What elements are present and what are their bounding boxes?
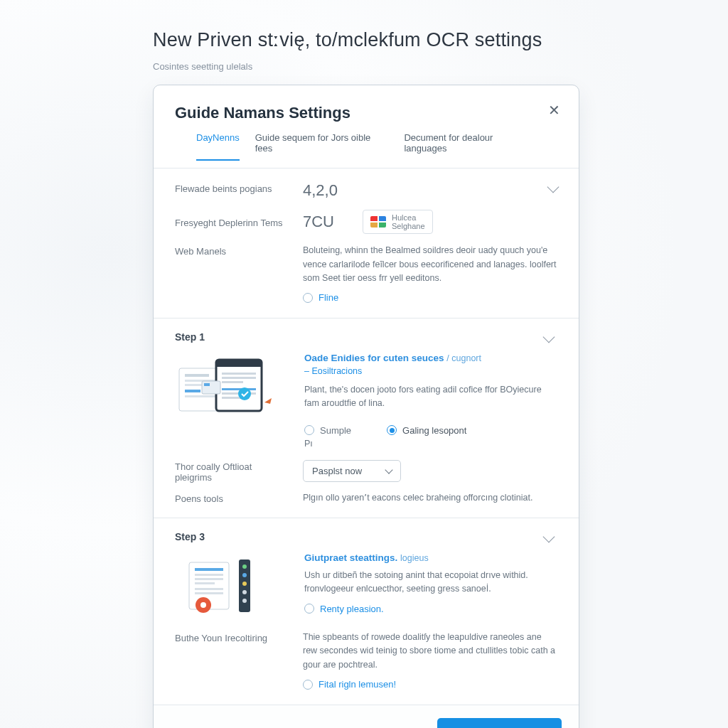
radio-fitall-label: Fital rigln lemusen!	[318, 679, 396, 690]
step3-desc2: Thie spbeants of rowede doalitſy the lea…	[303, 631, 557, 672]
svg-rect-15	[202, 381, 220, 394]
svg-point-31	[242, 599, 247, 603]
step1-meta-label: Thor coally Oftlioat pleigrims	[175, 453, 289, 483]
tab-guide-sequem[interactable]: Guide sequem for Jors oible fees	[255, 132, 389, 161]
step1-title: Step 1	[175, 331, 205, 343]
step3-meta-label: Buthe Youn Irecoltiring	[175, 631, 289, 643]
svg-rect-21	[195, 582, 215, 584]
overview-row1-label: Flewade beints pogians	[175, 181, 289, 194]
close-button[interactable]: ✕	[545, 101, 563, 119]
svg-rect-8	[222, 373, 256, 375]
svg-point-30	[242, 590, 247, 594]
card-footer: Sec View Add plecpliont	[154, 705, 579, 728]
overview-row2-label: Fresyeght Deplerinn Tems	[175, 215, 289, 228]
svg-rect-20	[195, 578, 223, 580]
close-icon: ✕	[548, 102, 560, 119]
svg-rect-6	[216, 360, 262, 411]
color-swatch-icon	[370, 216, 386, 228]
radio-sumple[interactable]: Sumple	[304, 425, 351, 436]
svg-rect-7	[216, 360, 262, 367]
svg-point-28	[242, 573, 247, 577]
svg-rect-22	[195, 588, 223, 590]
step1-illustration	[175, 353, 289, 449]
tab-document-languages[interactable]: Decument for dealour languages	[404, 132, 536, 161]
step3-title: Step 3	[175, 531, 205, 542]
chip-line1: Hulcea	[392, 213, 425, 222]
step1-heading: Oade Enidies for cuten seuces	[304, 353, 444, 363]
radio-dot-icon	[387, 425, 397, 435]
svg-rect-5	[185, 395, 219, 397]
svg-point-14	[238, 387, 251, 400]
radio-dot-icon	[304, 604, 314, 614]
settings-card: ✕ Guide Namans Settings DayNenns Guide s…	[153, 85, 579, 728]
overview-description: Boluteing, whinn the Bealmed soildres de…	[303, 244, 557, 285]
svg-rect-4	[185, 390, 200, 392]
overview-row3-label: Web Manels	[175, 244, 289, 257]
pasplst-select[interactable]: Pasplst now	[303, 460, 401, 482]
radio-dot-icon	[303, 293, 313, 303]
radio-dot-icon	[303, 680, 313, 690]
step1-subheading[interactable]: – Eosiltracions	[304, 366, 557, 376]
overview-row2-value: 7CU	[303, 213, 334, 231]
svg-rect-16	[204, 383, 210, 386]
primary-action-button[interactable]: Sec View Add plecpliont	[437, 718, 562, 728]
svg-rect-9	[222, 377, 256, 379]
page-title: New Priven stːviּę, to/mclekfum OCR sett…	[153, 28, 586, 51]
step1-description: Plant, the's docen jooto fors eating adi…	[304, 383, 557, 411]
chevron-down-icon	[385, 466, 392, 473]
page-subtitle: Cosintes seetting ulelals	[153, 61, 586, 72]
radio-galing[interactable]: Galing lesopont	[387, 425, 466, 436]
radio-fline[interactable]: Fline	[303, 292, 338, 303]
radio-sumple-label: Sumple	[320, 425, 351, 436]
svg-rect-19	[195, 574, 223, 576]
step1-section: Step 1	[154, 318, 579, 518]
overview-section: Flewade beints pogians 4,2,0 Fresyeght D…	[154, 168, 579, 318]
step3-heading: Giutpraet steattings.	[304, 552, 397, 563]
svg-rect-11	[222, 388, 256, 390]
svg-point-29	[242, 582, 247, 586]
step3-desc1: Ush ur ditbeñ the sotoing anint that eco…	[304, 569, 557, 596]
radio-fitall[interactable]: Fital rigln lemusen!	[303, 679, 396, 690]
svg-rect-1	[185, 374, 209, 377]
svg-rect-23	[195, 592, 223, 594]
chip-line2: Selghane	[392, 222, 425, 230]
card-title: Guide Namans Settings	[175, 104, 557, 122]
radio-renty-label: Renty pleasion.	[320, 604, 384, 614]
step3-section: Step 3	[154, 518, 579, 705]
chevron-down-icon[interactable]	[543, 530, 555, 542]
step1-heading-tag: / cugnort	[446, 353, 481, 363]
tabs: DayNenns Guide sequem for Jors oible fee…	[175, 122, 557, 161]
chevron-down-icon[interactable]	[543, 331, 555, 343]
color-scheme-chip[interactable]: Hulcea Selghane	[363, 210, 433, 234]
svg-point-27	[242, 564, 247, 569]
radio-dot-icon	[304, 425, 314, 435]
step3-heading-tag: logieus	[400, 553, 429, 563]
tools-description: Plgın ollo yarenʼt eacons celec braheing…	[303, 491, 557, 505]
svg-rect-18	[195, 568, 223, 571]
radio-renty[interactable]: Renty pleasion.	[304, 604, 384, 614]
step1-p-char: Pı	[304, 439, 557, 449]
select-value: Pasplst now	[312, 466, 362, 476]
tools-label: Poens tools	[175, 491, 289, 504]
overview-row1-value: 4,2,0	[303, 181, 557, 200]
svg-point-25	[200, 602, 206, 608]
radio-galing-label: Galing lesopont	[402, 425, 466, 436]
step3-illustration	[175, 552, 289, 626]
radio-fline-label: Fline	[318, 292, 338, 303]
svg-rect-10	[222, 381, 243, 383]
tab-daynenns[interactable]: DayNenns	[196, 132, 240, 161]
